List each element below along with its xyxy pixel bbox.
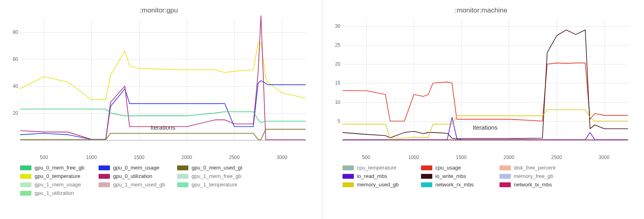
grid-line-v [234, 19, 235, 140]
legend-gpu: gpu_0_mem_free_gbgpu_0_mem_usagegpu_0_me… [20, 163, 306, 197]
grid-line-h [343, 102, 628, 103]
x-axis-line [343, 140, 628, 140]
legend-item-cpu_temperature[interactable]: cpu_temperature [343, 163, 421, 172]
legend-label: gpu_1_utilization [35, 190, 74, 196]
panel-machine: :monitor:machine Iterations 510152025305… [322, 0, 644, 219]
x-tick-label: 500 [40, 155, 48, 160]
grid-line-h [343, 26, 628, 27]
legend-item-gpu_1_mem_free_gb[interactable]: gpu_1_mem_free_gb [177, 172, 256, 180]
grid-line-h [20, 86, 306, 87]
x-axis-label-gpu: Iterations [151, 124, 175, 131]
y-tick-label: 60 [6, 56, 18, 62]
legend-label: gpu_1_temperature [192, 182, 237, 188]
grid-line-v [139, 19, 140, 140]
x-axis-label-machine: Iterations [473, 124, 497, 131]
legend-label: gpu_0_utilization [113, 173, 153, 179]
legend-swatch [421, 182, 432, 187]
legend-item-gpu_1_temperature[interactable]: gpu_1_temperature [177, 180, 256, 189]
legend-swatch [20, 165, 31, 170]
legend-item-gpu_0_mem_usage[interactable]: gpu_0_mem_usage [99, 163, 177, 172]
legend-swatch [343, 182, 354, 187]
legend-label: gpu_0_mem_used_gt [192, 165, 242, 171]
grid-line-v [414, 19, 414, 140]
legend-item-gpu_0_temperature[interactable]: gpu_0_temperature [20, 172, 99, 180]
grid-line-v [366, 19, 367, 140]
legend-item-memory_free_gb[interactable]: memory_free_gb [500, 172, 578, 180]
legend-label: memory_used_gb [357, 182, 399, 188]
y-tick-label: 5 [328, 118, 341, 124]
grid-line-h [343, 64, 628, 64]
legend-label: cpu_usage [436, 165, 461, 171]
y-tick-label: 25 [328, 42, 341, 48]
legend-item-gpu_1_mem_used_gb[interactable]: gpu_1_mem_used_gb [99, 180, 177, 189]
x-tick-label: 3000 [599, 155, 610, 160]
grid-line-v [509, 19, 509, 140]
legend-label: network_rx_mbs [436, 182, 474, 188]
legend-label: gpu_1_mem_usage [35, 182, 81, 188]
x-tick-label: 2500 [229, 155, 240, 160]
legend-item-disk_free_percent[interactable]: disk_free_percent [500, 163, 578, 172]
legend-swatch [500, 165, 511, 170]
plot-area-gpu[interactable]: Iterations 20406080500100015002000250030… [20, 19, 306, 151]
series-gpu_0_utilization [20, 16, 306, 140]
x-tick-label: 1500 [456, 155, 467, 160]
grid-line-v [187, 19, 187, 140]
x-tick-label: 2500 [551, 155, 562, 160]
grid-line-h [343, 83, 628, 83]
legend-item-io_read_mbs[interactable]: io_read_mbs [343, 172, 421, 180]
legend-item-memory_used_gb[interactable]: memory_used_gb [343, 180, 421, 189]
grid-line-v [282, 19, 282, 140]
y-tick-label: 40 [6, 83, 18, 89]
grid-line-v [44, 19, 44, 140]
legend-swatch [20, 182, 31, 187]
grid-line-h [20, 59, 306, 60]
x-tick-label: 3000 [277, 155, 287, 160]
legend-item-gpu_0_utilization[interactable]: gpu_0_utilization [99, 172, 177, 180]
y-tick-label: 80 [6, 29, 18, 35]
y-tick-label: 20 [6, 110, 18, 116]
legend-label: cpu_temperature [357, 165, 396, 171]
plot-area-machine[interactable]: Iterations 51015202530500100015002000250… [343, 19, 628, 151]
dashboard: :monitor:gpu Iterations 2040608050010001… [0, 0, 644, 219]
grid-line-v [604, 19, 605, 140]
legend-swatch [20, 191, 31, 196]
x-tick-label: 2000 [504, 155, 514, 160]
grid-line-h [20, 113, 306, 114]
legend-label: memory_free_gb [514, 173, 553, 179]
legend-label: io_read_mbs [357, 173, 387, 179]
grid-line-v [557, 19, 557, 140]
legend-item-io_write_mbs[interactable]: io_write_mbs [421, 172, 500, 180]
legend-swatch [343, 165, 354, 170]
chart-title-gpu: :monitor:gpu [4, 4, 314, 19]
legend-swatch [421, 165, 432, 170]
legend-label: io_write_mbs [436, 173, 466, 179]
chart-lines [20, 19, 306, 140]
legend-item-gpu_1_mem_usage[interactable]: gpu_1_mem_usage [20, 180, 99, 189]
chart-lines [343, 19, 628, 140]
legend-item-gpu_1_utilization[interactable]: gpu_1_utilization [20, 189, 99, 197]
legend-swatch [500, 174, 511, 179]
y-tick-label: 10 [328, 99, 341, 105]
legend-label: network_tx_mbs [514, 182, 552, 188]
legend-swatch [177, 174, 188, 179]
legend-label: gpu_1_mem_free_gb [192, 173, 242, 179]
panel-gpu: :monitor:gpu Iterations 2040608050010001… [0, 0, 322, 219]
x-tick-label: 1000 [409, 155, 419, 160]
x-tick-label: 2000 [182, 155, 192, 160]
legend-item-network_tx_mbs[interactable]: network_tx_mbs [500, 180, 578, 189]
legend-item-network_rx_mbs[interactable]: network_rx_mbs [421, 180, 500, 189]
legend-item-gpu_0_mem_free_gb[interactable]: gpu_0_mem_free_gb [20, 163, 99, 172]
legend-item-gpu_0_mem_used_gt[interactable]: gpu_0_mem_used_gt [177, 163, 256, 172]
legend-swatch [20, 174, 31, 179]
x-axis-line [20, 140, 306, 140]
legend-swatch [421, 174, 432, 179]
grid-line-h [343, 45, 628, 45]
legend-swatch [99, 182, 110, 187]
grid-line-h [20, 32, 306, 33]
legend-swatch [177, 165, 188, 170]
legend-item-cpu_usage[interactable]: cpu_usage [421, 163, 500, 172]
x-tick-label: 1500 [134, 155, 144, 160]
grid-line-h [343, 121, 628, 122]
legend-label: gpu_0_temperature [35, 173, 80, 179]
grid-line-v [461, 19, 462, 140]
